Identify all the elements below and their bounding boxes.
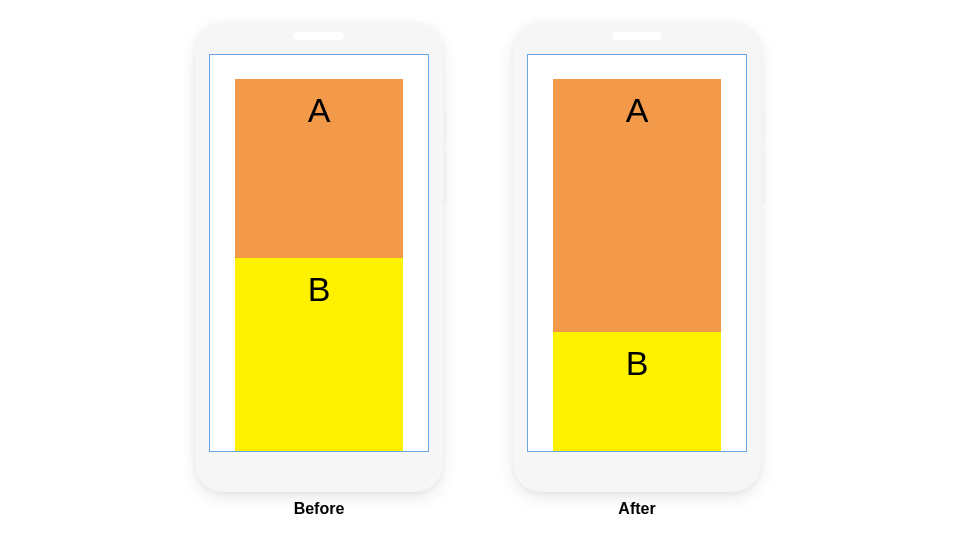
block-a-label: A xyxy=(626,91,649,332)
phone-screen: A B xyxy=(209,54,429,452)
phone-notch xyxy=(294,32,344,40)
phone-notch xyxy=(612,32,662,40)
phone-side-buttons xyxy=(443,112,447,214)
phone-before-wrapper: A B Before xyxy=(195,22,443,518)
block-b-label: B xyxy=(308,270,331,451)
block-b-label: B xyxy=(626,344,649,451)
phone-volume-button-icon xyxy=(443,152,447,204)
block-a-label: A xyxy=(308,91,331,258)
block-a: A xyxy=(553,79,721,332)
layout-content-before: A B xyxy=(235,79,403,451)
phone-power-button-icon xyxy=(443,112,447,142)
phone-screen: A B xyxy=(527,54,747,452)
phone-frame-before: A B xyxy=(195,22,443,492)
phone-volume-button-icon xyxy=(761,152,765,204)
phone-side-buttons xyxy=(761,112,765,214)
phone-power-button-icon xyxy=(761,112,765,142)
caption-before: Before xyxy=(294,500,345,518)
block-a: A xyxy=(235,79,403,258)
block-b: B xyxy=(235,258,403,451)
phone-after-wrapper: A B After xyxy=(513,22,761,518)
phone-frame-after: A B xyxy=(513,22,761,492)
caption-after: After xyxy=(618,500,655,518)
block-b: B xyxy=(553,332,721,451)
layout-content-after: A B xyxy=(553,79,721,451)
